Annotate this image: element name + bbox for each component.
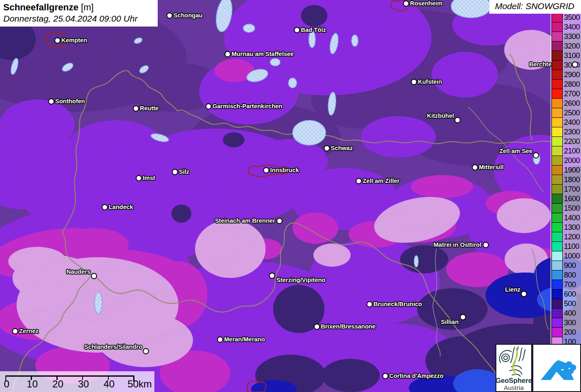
colorbar-value: 2300	[564, 127, 580, 137]
colorbar-value: 1800	[564, 175, 580, 185]
tirol-roof-icon	[533, 345, 580, 391]
colorbar-entry: 2700	[550, 89, 581, 99]
colorbar-value: 1500	[564, 204, 580, 213]
colorbar-entry: 2600	[550, 99, 581, 108]
distance-scalebar: 01020304050km	[0, 371, 154, 392]
scalebar-label: 10	[27, 378, 38, 390]
colorbar-swatch	[552, 12, 563, 22]
terrain-hillshade	[0, 0, 581, 392]
colorbar-value: 2700	[564, 89, 580, 99]
colorbar-value: 1200	[564, 232, 580, 242]
colorbar-value: 1300	[564, 223, 580, 232]
colorbar-swatch	[552, 318, 563, 328]
colorbar-swatch	[552, 60, 563, 70]
colorbar-value: 1700	[564, 185, 580, 194]
colorbar-swatch	[552, 232, 563, 242]
scalebar-label: 50km	[127, 378, 152, 390]
colorbar-entry: 2500	[550, 108, 581, 118]
colorbar-entry: 200	[550, 328, 581, 337]
colorbar-swatch	[552, 175, 563, 185]
colorbar-entry: 1400	[550, 213, 581, 223]
colorbar-value: 2500	[564, 108, 580, 118]
colorbar-value: 3500	[564, 13, 580, 22]
colorbar-swatch	[552, 51, 563, 61]
colorbar-value: 3300	[564, 32, 580, 41]
colorbar-entry: 2800	[550, 80, 581, 89]
colorbar-value: 2900	[564, 70, 580, 80]
scalebar-label: 0	[4, 378, 9, 390]
title-unit: [m]	[81, 2, 94, 12]
colorbar-swatch	[552, 280, 563, 290]
colorbar-entry: 800	[550, 270, 581, 280]
colorbar-value: 2000	[564, 156, 580, 166]
colorbar-value: 1900	[564, 166, 580, 175]
geosphere-logo: GeoSphere Austria	[496, 344, 532, 392]
colorbar-swatch	[552, 213, 563, 223]
colorbar-value: 1600	[564, 194, 580, 204]
colorbar-entry: 3500	[550, 13, 581, 22]
colorbar-swatch	[552, 308, 563, 318]
colorbar-entry: 2000	[550, 156, 581, 166]
geosphere-logo-subtext: Austria	[504, 384, 524, 391]
scalebar-line	[6, 375, 134, 377]
colorbar-entry: 400	[550, 309, 581, 318]
colorbar-entry: 2400	[550, 118, 581, 127]
colorbar-swatch	[552, 136, 563, 146]
colorbar-swatch	[552, 222, 563, 232]
colorbar-value: 3200	[564, 41, 580, 51]
colorbar-value: 2600	[564, 99, 580, 108]
colorbar-entry: 2300	[550, 127, 581, 137]
colorbar-entry: 1800	[550, 175, 581, 185]
colorbar-swatch	[552, 32, 563, 41]
colorbar-entry: 300	[550, 318, 581, 328]
colorbar-swatch	[552, 261, 563, 270]
colorbar-swatch	[552, 251, 563, 261]
scalebar-label: 40	[103, 378, 115, 390]
colorbar-swatch	[552, 203, 563, 213]
colorbar-value: 3100	[564, 51, 580, 61]
colorbar-value: 1000	[564, 251, 580, 261]
colorbar-entry: 1700	[550, 185, 581, 194]
colorbar-swatch	[552, 241, 563, 251]
colorbar-swatch	[552, 117, 563, 127]
snowline-map	[0, 0, 581, 392]
colorbar-value: 900	[564, 261, 576, 270]
colorbar-entry: 1600	[550, 194, 581, 204]
colorbar-entry: 900	[550, 261, 581, 270]
weather-map-screen: SchongauRosenheimBad TölzKemptenMurnau a…	[0, 0, 581, 392]
colorbar-swatch	[552, 270, 563, 280]
colorbar-value: 3000	[564, 61, 580, 70]
scalebar-label: 20	[52, 378, 63, 390]
colorbar-swatch	[552, 41, 563, 51]
colorbar-entry: 3300	[550, 32, 581, 41]
colorbar-value: 400	[564, 309, 576, 318]
colorbar-swatch	[552, 127, 563, 137]
colorbar-entry: 700	[550, 280, 581, 290]
colorbar-entry: 1000	[550, 251, 581, 261]
colorbar-entry: 3200	[550, 41, 581, 51]
colorbar-swatch	[552, 156, 563, 166]
title-box: Schneefallgrenze [m] Donnerstag, 25.04.2…	[0, 0, 158, 27]
colorbar-value: 200	[564, 328, 576, 337]
scalebar-label: 30	[78, 378, 89, 390]
colorbar-swatch	[552, 184, 563, 194]
colorbar-rows: 3500340033003200310030002900280027002600…	[550, 13, 581, 347]
colorbar-value: 300	[564, 318, 576, 328]
colorbar-value: 1100	[564, 242, 579, 251]
colorbar-value: 2200	[564, 137, 580, 146]
colorbar-value: 2100	[564, 146, 580, 156]
title-datetime: Donnerstag, 25.04.2024 09:00 Uhr	[3, 14, 153, 24]
colorbar-swatch	[552, 299, 563, 309]
colorbar-value: 1400	[564, 213, 580, 223]
colorbar-entry: 1300	[550, 223, 581, 232]
title-variable: Schneefallgrenze	[3, 2, 78, 12]
colorbar-swatch	[552, 327, 563, 337]
geosphere-contour-icon	[496, 345, 531, 377]
colorbar-swatch	[552, 89, 563, 99]
colorbar-swatch	[552, 98, 563, 108]
colorbar-entry: 1900	[550, 166, 581, 175]
colorbar-value: 2800	[564, 80, 580, 89]
colorbar-value: 2400	[564, 118, 580, 127]
colorbar-swatch	[552, 146, 563, 156]
page-title: Schneefallgrenze [m]	[3, 2, 153, 13]
